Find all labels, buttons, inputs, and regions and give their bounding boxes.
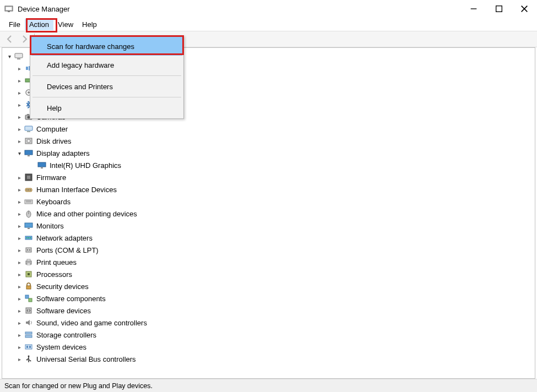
svg-rect-8 bbox=[17, 58, 20, 59]
chevron-right-icon[interactable] bbox=[15, 113, 23, 121]
chevron-right-icon[interactable] bbox=[15, 77, 23, 84]
tree-node-label: Print queues bbox=[36, 258, 77, 266]
svg-point-40 bbox=[28, 237, 29, 238]
tree-node[interactable]: Print queues bbox=[2, 256, 535, 268]
tree-node-label: Keyboards bbox=[36, 198, 70, 206]
tree-node[interactable]: Intel(R) UHD Graphics bbox=[2, 159, 535, 171]
tree-node[interactable]: Mice and other pointing devices bbox=[2, 208, 535, 220]
tree-node[interactable]: Monitors bbox=[2, 220, 535, 232]
tree-node[interactable]: Security devices bbox=[2, 280, 535, 292]
processor-icon bbox=[24, 270, 33, 279]
computer-icon bbox=[14, 52, 23, 61]
display-icon bbox=[24, 149, 33, 157]
tree-node-label: Universal Serial Bus controllers bbox=[36, 355, 136, 363]
chevron-right-icon[interactable] bbox=[15, 270, 23, 278]
tree-node[interactable]: Firmware bbox=[2, 171, 535, 183]
chevron-right-icon[interactable] bbox=[15, 198, 23, 205]
network-icon bbox=[24, 233, 33, 242]
chevron-right-icon[interactable] bbox=[15, 355, 23, 363]
svg-rect-47 bbox=[27, 263, 30, 265]
chevron-right-icon[interactable] bbox=[15, 64, 23, 72]
tree-node-label: Software components bbox=[36, 295, 106, 303]
svg-rect-58 bbox=[29, 346, 31, 348]
svg-rect-7 bbox=[15, 53, 23, 58]
storage-icon bbox=[24, 330, 33, 339]
menuitem-help[interactable]: Help bbox=[31, 99, 182, 117]
close-button[interactable] bbox=[512, 0, 537, 18]
chevron-right-icon[interactable] bbox=[15, 258, 23, 266]
chevron-right-icon[interactable] bbox=[15, 307, 23, 314]
menu-action[interactable]: Action bbox=[25, 19, 53, 30]
chevron-right-icon[interactable] bbox=[15, 343, 23, 351]
chevron-right-icon[interactable] bbox=[15, 295, 23, 302]
chevron-down-icon[interactable] bbox=[15, 149, 23, 157]
svg-rect-4 bbox=[496, 6, 502, 12]
keyboard-icon bbox=[24, 197, 33, 206]
tree-node-label: Computer bbox=[36, 125, 68, 133]
svg-point-44 bbox=[29, 249, 30, 251]
tree-node[interactable]: Disk drives bbox=[2, 135, 535, 147]
chevron-right-icon[interactable] bbox=[15, 186, 23, 193]
tree-node[interactable]: Sound, video and game controllers bbox=[2, 317, 535, 329]
chevron-right-icon[interactable] bbox=[15, 319, 23, 326]
tree-node[interactable]: Keyboards bbox=[2, 195, 535, 208]
display-icon bbox=[37, 161, 46, 170]
maximize-button[interactable] bbox=[486, 0, 512, 18]
tree-node[interactable]: System devices bbox=[2, 341, 535, 353]
tree-node[interactable]: Software components bbox=[2, 292, 535, 304]
menuitem-devices-printers[interactable]: Devices and Printers bbox=[31, 77, 182, 96]
chevron-right-icon[interactable] bbox=[15, 331, 23, 339]
svg-rect-50 bbox=[26, 286, 31, 289]
app-icon bbox=[4, 4, 13, 13]
svg-rect-51 bbox=[25, 295, 29, 298]
tree-node[interactable]: Ports (COM & LPT) bbox=[2, 244, 535, 256]
chevron-right-icon[interactable] bbox=[15, 125, 23, 133]
tree-node[interactable]: Processors bbox=[2, 268, 535, 280]
tree-node-label: Display adapters bbox=[36, 149, 90, 157]
security-icon bbox=[24, 282, 33, 291]
chevron-right-icon[interactable] bbox=[15, 282, 23, 290]
tree-node[interactable]: Display adapters bbox=[2, 147, 535, 159]
chevron-right-icon[interactable] bbox=[15, 101, 23, 108]
tree-node[interactable]: Network adapters bbox=[2, 232, 535, 244]
tree-node-label: Network adapters bbox=[36, 234, 93, 242]
status-text: Scan for changed or new Plug and Play de… bbox=[4, 382, 153, 390]
chevron-right-icon[interactable] bbox=[15, 137, 23, 145]
svg-point-30 bbox=[30, 189, 31, 190]
hid-icon bbox=[24, 185, 33, 194]
action-dropdown: Scan for hardware changes Add legacy har… bbox=[30, 35, 184, 119]
menu-view[interactable]: View bbox=[53, 19, 78, 30]
svg-point-29 bbox=[28, 189, 29, 190]
svg-rect-1 bbox=[6, 7, 12, 10]
mouse-icon bbox=[24, 209, 33, 218]
chevron-right-icon[interactable] bbox=[15, 89, 23, 96]
menuitem-add-legacy[interactable]: Add legacy hardware bbox=[31, 56, 182, 74]
menu-bar: File Action View Help bbox=[0, 18, 537, 31]
tree-node[interactable]: Computer bbox=[2, 123, 535, 135]
svg-point-39 bbox=[26, 237, 28, 238]
menu-help[interactable]: Help bbox=[78, 19, 101, 30]
menuitem-scan-hardware[interactable]: Scan for hardware changes bbox=[31, 37, 182, 56]
tree-node[interactable]: Software devices bbox=[2, 304, 535, 317]
tree-node[interactable]: Human Interface Devices bbox=[2, 183, 535, 195]
svg-rect-9 bbox=[26, 67, 28, 70]
chevron-down-icon[interactable] bbox=[6, 52, 13, 60]
chevron-right-icon[interactable] bbox=[15, 246, 23, 254]
chevron-right-icon[interactable] bbox=[15, 173, 23, 181]
svg-rect-26 bbox=[27, 176, 30, 179]
svg-rect-17 bbox=[25, 126, 32, 130]
chevron-right-icon[interactable] bbox=[15, 234, 23, 242]
svg-rect-24 bbox=[41, 167, 43, 168]
tree-node[interactable]: Storage controllers bbox=[2, 329, 535, 341]
chevron-right-icon[interactable] bbox=[15, 222, 23, 230]
menu-file[interactable]: File bbox=[4, 19, 25, 30]
tree-node-label: Intel(R) UHD Graphics bbox=[50, 161, 121, 170]
minimize-button[interactable] bbox=[461, 0, 486, 18]
svg-rect-22 bbox=[28, 155, 30, 156]
svg-rect-16 bbox=[27, 114, 29, 115]
svg-rect-23 bbox=[38, 162, 46, 167]
port-icon bbox=[24, 246, 33, 254]
chevron-right-icon[interactable] bbox=[15, 210, 23, 217]
tree-node[interactable]: Universal Serial Bus controllers bbox=[2, 353, 535, 365]
sound-icon bbox=[24, 318, 33, 327]
